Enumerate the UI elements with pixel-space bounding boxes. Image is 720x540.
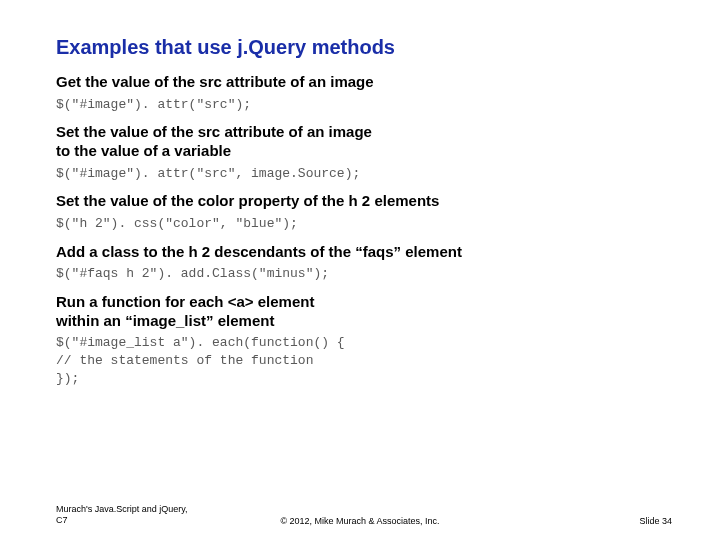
example-code: $("#image"). attr("src", image.Source); <box>56 165 672 183</box>
example-section: Set the value of the src attribute of an… <box>56 123 672 182</box>
example-code: $("#image_list a"). each(function() { //… <box>56 334 672 387</box>
example-heading: Add a class to the h 2 descendants of th… <box>56 243 672 262</box>
footer-source: Murach's Java.Script and jQuery, C7 <box>56 504 188 526</box>
example-code: $("#faqs h 2"). add.Class("minus"); <box>56 265 672 283</box>
slide: Examples that use j.Query methods Get th… <box>0 0 720 540</box>
example-section: Add a class to the h 2 descendants of th… <box>56 243 672 283</box>
example-heading: Run a function for each <a> element with… <box>56 293 672 331</box>
example-section: Run a function for each <a> element with… <box>56 293 672 387</box>
example-heading: Get the value of the src attribute of an… <box>56 73 672 92</box>
example-section: Set the value of the color property of t… <box>56 192 672 232</box>
example-code: $("h 2"). css("color", "blue"); <box>56 215 672 233</box>
slide-title: Examples that use j.Query methods <box>56 36 672 59</box>
footer-copyright: © 2012, Mike Murach & Associates, Inc. <box>280 516 439 526</box>
example-code: $("#image"). attr("src"); <box>56 96 672 114</box>
example-section: Get the value of the src attribute of an… <box>56 73 672 113</box>
example-heading: Set the value of the src attribute of an… <box>56 123 672 161</box>
example-heading: Set the value of the color property of t… <box>56 192 672 211</box>
footer-slide-number: Slide 34 <box>639 516 672 526</box>
